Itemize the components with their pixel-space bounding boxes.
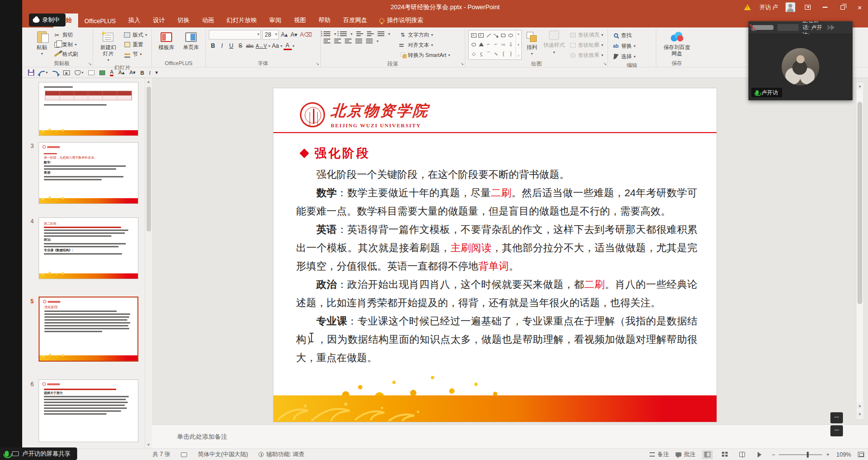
screen-share-badge[interactable]: 卢开访的屏幕共享	[0, 447, 77, 460]
comments-toggle-button[interactable]: 批注	[676, 450, 695, 459]
new-slide-button[interactable]: 新建幻灯片▾	[96, 30, 121, 64]
align-right-button[interactable]	[345, 39, 352, 43]
reading-view-button[interactable]	[737, 450, 747, 459]
tab-baidu-netdisk[interactable]: 百度网盘	[337, 14, 374, 27]
account-name[interactable]: 开访 卢	[757, 3, 781, 12]
align-text-button[interactable]: 对齐文本▾	[398, 41, 451, 50]
thumbnail-slide-3[interactable]: ▂▂▂▂▂ 第一阶段，先把精力用于数学和英语。 数学: 英语:	[39, 142, 138, 204]
close-button[interactable]: ×	[852, 0, 868, 14]
layout-button[interactable]: 版式▾	[122, 30, 149, 40]
columns-button[interactable]	[366, 39, 373, 43]
qat-shape-button[interactable]: ▾	[75, 70, 83, 75]
language-indicator[interactable]: 简体中文(中国大陆)	[198, 450, 248, 459]
change-case-button[interactable]: Aa	[271, 41, 279, 50]
minimize-button[interactable]	[817, 0, 833, 14]
tab-insert[interactable]: 插入	[122, 14, 147, 27]
shape-effects-button[interactable]: 形状效果▾	[568, 51, 605, 60]
line-shape-icon[interactable]	[487, 34, 491, 38]
template-library-button[interactable]: 模板库	[157, 30, 176, 52]
zoom-in-button[interactable]: +	[826, 451, 829, 458]
triangle-shape-icon[interactable]	[479, 42, 484, 46]
text-direction-button[interactable]: ⇅文字方向▾	[398, 30, 451, 40]
single-page-library-button[interactable]: 单页库	[181, 30, 201, 52]
line-spacing-button[interactable]	[378, 31, 384, 36]
down-arrow-shape-icon[interactable]: ⇩	[509, 42, 513, 47]
notes-pane[interactable]: 单击此处添加备注	[152, 424, 868, 448]
quick-styles-button[interactable]: 快速样式▾	[542, 30, 566, 39]
paragraph-dialog-launcher[interactable]: ↘	[460, 61, 464, 66]
floating-toolbar-button-2[interactable]	[830, 425, 843, 436]
microphone-muted-icon[interactable]	[752, 25, 773, 30]
editor-scrollbar-thumb[interactable]	[857, 102, 862, 304]
align-center-button[interactable]	[334, 39, 341, 43]
qat-save-button[interactable]	[28, 69, 34, 76]
meeting-video-area[interactable]: 卢开访	[748, 34, 853, 100]
accessibility-status[interactable]: 辅助功能: 调查	[258, 450, 304, 459]
copy-button[interactable]: 复制▾	[52, 40, 80, 49]
clipboard-dialog-launcher[interactable]: ↘	[88, 61, 92, 66]
shape-fill-button[interactable]: 形状填充▾	[568, 30, 605, 40]
tab-design[interactable]: 设计	[147, 14, 171, 27]
align-left-button[interactable]	[324, 39, 330, 43]
justify-button[interactable]	[355, 39, 362, 43]
meeting-overlay-header[interactable]: 正在讲话: 卢开访;	[748, 21, 853, 34]
tell-me-search[interactable]: 操作说明搜索	[374, 14, 429, 27]
save-to-baidu-button[interactable]: 保存到百度网盘	[659, 30, 694, 58]
shapes-gallery-scrollbar[interactable]: ▴▾▿	[515, 31, 521, 59]
qat-start-slideshow-button[interactable]	[63, 70, 70, 75]
qat-italic-button[interactable]: I	[149, 70, 150, 76]
tab-animations[interactable]: 动画	[196, 14, 220, 27]
decrease-indent-button[interactable]	[356, 31, 363, 36]
reset-button[interactable]: 重置	[122, 40, 149, 49]
thumbnail-slide-6[interactable]: 选择大于努力	[39, 379, 138, 442]
character-spacing-button[interactable]: A↔V	[255, 41, 267, 50]
qat-undo-button[interactable]: ▾	[39, 70, 48, 75]
numbering-button[interactable]	[340, 31, 347, 36]
elbow-arrow-shape-icon[interactable]: ⌐	[495, 42, 498, 47]
find-button[interactable]: 查找	[611, 31, 637, 40]
arc-shape-icon[interactable]: ⌒	[486, 52, 491, 56]
textbox-shape-icon[interactable]: A	[471, 33, 476, 38]
slide-paragraph[interactable]: 英语：英语得背一篇作文模板，不要背杂乱的作文，这样下去到考研那天都很难积累出一个…	[296, 220, 697, 275]
underline-button[interactable]: U	[227, 41, 235, 50]
scroll-down-icon[interactable]: ▼	[145, 441, 152, 448]
slide-body-text[interactable]: 强化阶段一个关键阶段，在这个阶段要不断的背书做题。数学：数学主要做近十年的真题，…	[296, 165, 697, 367]
bullets-button[interactable]	[324, 31, 330, 36]
scribble-shape-icon[interactable]: ϛ	[480, 52, 482, 56]
zoom-control[interactable]: − +	[772, 451, 829, 458]
arrow-shape-icon[interactable]	[494, 34, 499, 37]
thumbnail-slide-2[interactable]	[39, 82, 138, 136]
strikethrough-button[interactable]: S	[236, 41, 244, 50]
cut-button[interactable]: 剪切	[52, 30, 80, 40]
slide-paragraph[interactable]: 强化阶段一个关键阶段，在这个阶段要不断的背书做题。	[296, 165, 697, 184]
left-brace-shape-icon[interactable]: {	[502, 52, 504, 56]
right-arrow-shape-icon[interactable]: ⇨	[502, 42, 505, 47]
next-slide-button[interactable]: ▼	[856, 411, 864, 418]
thumbnail-scrollbar-thumb[interactable]	[147, 87, 151, 231]
display-settings-icon[interactable]	[181, 452, 187, 457]
format-painter-button[interactable]: 格式刷	[52, 50, 80, 59]
font-size-combobox[interactable]: 28	[262, 30, 279, 40]
rounded-rectangle-shape-icon[interactable]	[472, 43, 476, 46]
slide-paragraph[interactable]: 专业课：专业课这个时候已经过一遍基础了，专业课重点在于理解（我指的是数据结构），…	[296, 312, 697, 367]
rectangle-shape-icon[interactable]	[501, 34, 505, 37]
warning-icon[interactable]	[739, 0, 756, 14]
zoom-slider[interactable]	[779, 454, 822, 455]
current-slide[interactable]: 北京物资学院 BEIJING WUZI UNIVERSITY 强化阶段 强化阶段…	[273, 88, 717, 422]
editor-scrollbar[interactable]: ▲ ▲ ▼	[856, 82, 864, 419]
normal-view-button[interactable]	[702, 450, 713, 459]
paste-button[interactable]: 粘贴▾	[34, 30, 50, 57]
bold-button[interactable]: B	[209, 41, 217, 50]
shrink-font-button[interactable]: A▾	[290, 30, 298, 39]
slide-sorter-view-button[interactable]	[719, 450, 730, 459]
tab-officeplus[interactable]: OfficePLUS	[78, 15, 122, 27]
tab-transitions[interactable]: 切换	[171, 14, 196, 27]
ribbon-display-options-button[interactable]	[800, 0, 816, 14]
fit-to-window-button[interactable]	[858, 452, 864, 457]
shapes-gallery[interactable]: A A ⌐ ⌐ ⇨ ⇩ ◇ ϛ ⌒	[468, 30, 522, 60]
thumbnail-scrollbar[interactable]: ▲ ▼	[145, 78, 152, 448]
increase-indent-button[interactable]	[367, 31, 374, 36]
arrange-button[interactable]: 排列▾	[524, 30, 540, 57]
slide-paragraph[interactable]: 数学：数学主要做近十年的真题，尽量二刷。然后适当做一些难题，24年考研数学可能要…	[296, 184, 697, 220]
tab-review[interactable]: 审阅	[263, 14, 288, 27]
